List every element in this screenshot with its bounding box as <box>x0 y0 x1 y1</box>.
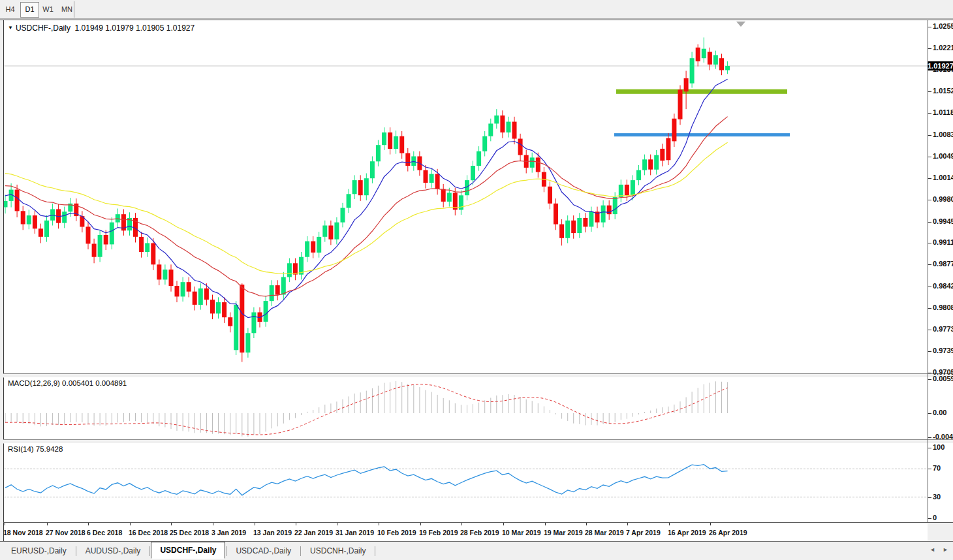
macd-bar <box>680 401 681 413</box>
chart-tab-eurusd[interactable]: EURUSD-,Daily <box>3 543 75 559</box>
rsi-axis-label: 100 <box>933 443 945 451</box>
chart-tab-usdchf[interactable]: USDCHF-,Daily <box>151 542 225 559</box>
timeframe-button-mn[interactable]: MN <box>58 2 76 16</box>
bull-candle <box>589 211 593 226</box>
bull-candle <box>347 194 351 208</box>
macd-bar <box>147 413 148 422</box>
bull-candle <box>270 285 274 301</box>
chart-tab-usdcad[interactable]: USDCAD-,Daily <box>227 543 300 559</box>
macd-name: MACD(12,26,9) <box>8 379 60 387</box>
time-axis-tick <box>379 523 379 525</box>
bear-candle <box>175 286 180 296</box>
macd-plot[interactable] <box>4 377 928 439</box>
chart-shift-marker-icon[interactable] <box>736 22 745 27</box>
bear-candle <box>719 58 724 70</box>
tab-scroll-right-icon[interactable]: ► <box>943 546 948 553</box>
macd-bar <box>253 413 254 435</box>
chart-tab-usdcnh[interactable]: USDCNH-,Daily <box>302 543 374 559</box>
macd-bar <box>615 413 616 422</box>
macd-bar <box>508 394 509 413</box>
macd-bar <box>301 413 302 415</box>
chart-ohlc-header: ▼USDCHF-,Daily 1.01949 1.01979 1.01905 1… <box>8 23 195 33</box>
timeframe-toolbar: H4D1W1MN <box>0 0 953 19</box>
macd-bar <box>112 413 112 424</box>
price-axis-tick <box>928 243 931 243</box>
macd-axis-tick <box>928 379 931 380</box>
macd-bar <box>100 413 101 426</box>
macd-bar <box>224 413 225 434</box>
macd-bar <box>407 384 408 413</box>
macd-bar <box>183 413 183 431</box>
price-axis-tick <box>928 330 931 330</box>
bull-candle <box>364 178 369 195</box>
macd-bar <box>656 409 657 413</box>
ohlc-open: 1.01949 <box>75 23 103 33</box>
price-axis-tick <box>928 200 931 200</box>
macd-bar <box>396 381 396 413</box>
macd-bar <box>76 413 76 422</box>
price-axis-label: 1.00830 <box>933 131 953 138</box>
time-axis-tick <box>337 523 337 525</box>
rsi-axis-label: 70 <box>933 464 941 472</box>
bear-candle <box>21 211 25 224</box>
price-axis-tick <box>928 351 931 352</box>
rsi-plot[interactable] <box>4 443 928 522</box>
bull-candle <box>62 211 67 223</box>
bull-candle <box>317 237 321 253</box>
price-axis-label: 0.99450 <box>933 217 953 225</box>
rsi-name: RSI(14) <box>8 445 34 453</box>
macd-bar <box>597 413 598 426</box>
timeframe-button-d1[interactable]: D1 <box>20 2 39 18</box>
time-axis-label: 27 Nov 2018 <box>46 529 86 537</box>
bull-candle <box>430 174 434 183</box>
time-axis-label: 10 Feb 2019 <box>377 529 416 537</box>
price-axis-tick <box>928 91 931 92</box>
macd-label: MACD(12,26,9) 0.005401 0.004891 <box>8 379 127 387</box>
macd-bar <box>478 403 479 413</box>
price-axis-tick <box>928 48 931 49</box>
macd-bar <box>17 413 18 422</box>
macd-bar <box>236 413 236 434</box>
bull-candle <box>305 241 309 257</box>
symbol-dropdown-icon[interactable]: ▼ <box>8 25 13 31</box>
bear-candle <box>222 302 227 317</box>
macd-bar <box>698 388 698 413</box>
bear-candle <box>399 136 404 153</box>
bear-candle <box>157 264 161 279</box>
bear-candle <box>169 270 174 286</box>
tab-divider <box>149 546 150 556</box>
bull-candle <box>713 55 718 65</box>
bull-candle <box>44 221 49 237</box>
time-axis-label: 31 Jan 2019 <box>336 529 374 537</box>
bear-candle <box>240 285 244 352</box>
bear-candle <box>512 122 517 139</box>
macd-bar <box>496 396 497 413</box>
timeframe-button-w1[interactable]: W1 <box>39 2 57 16</box>
timeframe-button-h4[interactable]: H4 <box>1 2 19 16</box>
macd-bar <box>266 413 266 431</box>
tab-divider <box>226 546 227 556</box>
price-chart-plot[interactable] <box>4 20 928 373</box>
bull-candle <box>376 145 381 161</box>
time-axis-tick <box>545 523 546 525</box>
price-axis-tick <box>928 264 931 265</box>
support-hline[interactable] <box>614 133 790 136</box>
chart-tab-audusd[interactable]: AUDUSD-,Daily <box>77 543 149 559</box>
macd-bar <box>413 385 414 413</box>
time-axis-tick <box>503 523 504 525</box>
macd-bar <box>260 413 260 434</box>
tab-scroll-left-icon[interactable]: ◄ <box>930 546 935 553</box>
macd-bar <box>727 382 728 413</box>
rsi-axis-label: 30 <box>933 493 941 501</box>
macd-bar <box>195 413 195 433</box>
bull-candle <box>334 223 339 240</box>
bear-candle <box>500 116 505 132</box>
time-axis-tick <box>669 523 670 525</box>
chart-tab-bar: EURUSD-,DailyAUDUSD-,DailyUSDCHF-,DailyU… <box>0 542 953 560</box>
time-axis-label: 6 Dec 2018 <box>87 529 122 537</box>
resistance-hline[interactable] <box>616 89 787 94</box>
time-axis-tick <box>213 523 213 525</box>
macd-bar <box>319 407 319 413</box>
price-axis-tick <box>928 157 931 157</box>
price-axis-tick <box>928 222 931 223</box>
